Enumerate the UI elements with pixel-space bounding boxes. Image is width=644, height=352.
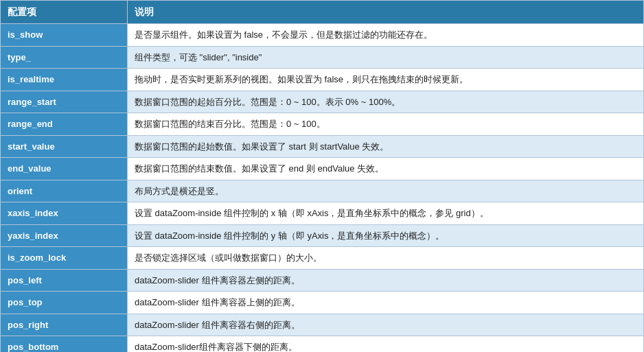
table-row: pos_topdataZoom-slider 组件离容器上侧的距离。 (1, 292, 644, 314)
description-cell: 是否显示组件。如果设置为 false，不会显示，但是数据过滤的功能还存在。 (128, 24, 644, 47)
description-cell: 数据窗口范围的起始百分比。范围是：0 ~ 100。表示 0% ~ 100%。 (128, 91, 644, 113)
table-body: is_show是否显示组件。如果设置为 false，不会显示，但是数据过滤的功能… (1, 24, 644, 353)
description-cell: 拖动时，是否实时更新系列的视图。如果设置为 false，则只在拖拽结束的时候更新… (128, 69, 644, 91)
table-row: pos_rightdataZoom-slider 组件离容器右侧的距离。 (1, 314, 644, 336)
table-row: range_start数据窗口范围的起始百分比。范围是：0 ~ 100。表示 0… (1, 91, 644, 113)
config-cell: pos_top (1, 292, 128, 314)
description-cell: 数据窗口范围的起始数值。如果设置了 start 则 startValue 失效。 (128, 135, 644, 158)
description-cell: 数据窗口范围的结束百分比。范围是：0 ~ 100。 (128, 113, 644, 136)
config-cell: pos_bottom (1, 336, 128, 353)
config-cell: is_show (1, 24, 128, 47)
config-cell: type_ (1, 46, 128, 69)
description-cell: dataZoom-slider组件离容器下侧的距离。 (128, 336, 644, 353)
table-row: is_zoom_lock是否锁定选择区域（或叫做数据窗口）的大小。 (1, 247, 644, 270)
description-cell: dataZoom-slider 组件离容器上侧的距离。 (128, 292, 644, 314)
table-row: yaxis_index设置 dataZoom-inside 组件控制的 y 轴（… (1, 224, 644, 247)
description-cell: 数据窗口范围的结束数值。如果设置了 end 则 endValue 失效。 (128, 158, 644, 180)
table-row: start_value数据窗口范围的起始数值。如果设置了 start 则 sta… (1, 135, 644, 158)
config-cell: pos_left (1, 269, 128, 292)
table-row: orient布局方式是横还是竖。 (1, 180, 644, 202)
table-row: type_组件类型，可选 "slider", "inside" (1, 46, 644, 69)
config-cell: yaxis_index (1, 224, 128, 247)
config-cell: is_realtime (1, 69, 128, 91)
table-row: pos_bottomdataZoom-slider组件离容器下侧的距离。 (1, 336, 644, 353)
table-header-row: 配置项 说明 (1, 1, 644, 24)
description-cell: dataZoom-slider 组件离容器右侧的距离。 (128, 314, 644, 336)
config-cell: xaxis_index (1, 202, 128, 225)
config-cell: range_start (1, 91, 128, 113)
config-cell: orient (1, 180, 128, 202)
table-row: pos_leftdataZoom-slider 组件离容器左侧的距离。 (1, 269, 644, 292)
description-cell: 布局方式是横还是竖。 (128, 180, 644, 202)
config-cell: start_value (1, 135, 128, 158)
header-description: 说明 (128, 1, 644, 24)
table-row: range_end数据窗口范围的结束百分比。范围是：0 ~ 100。 (1, 113, 644, 136)
description-cell: 设置 dataZoom-inside 组件控制的 y 轴（即 yAxis，是直角… (128, 224, 644, 247)
description-cell: 组件类型，可选 "slider", "inside" (128, 46, 644, 69)
description-cell: dataZoom-slider 组件离容器左侧的距离。 (128, 269, 644, 292)
table-row: is_realtime拖动时，是否实时更新系列的视图。如果设置为 false，则… (1, 69, 644, 91)
table-row: is_show是否显示组件。如果设置为 false，不会显示，但是数据过滤的功能… (1, 24, 644, 47)
config-cell: end_value (1, 158, 128, 180)
config-cell: pos_right (1, 314, 128, 336)
config-cell: range_end (1, 113, 128, 136)
header-config: 配置项 (1, 1, 128, 24)
config-table: 配置项 说明 is_show是否显示组件。如果设置为 false，不会显示，但是… (0, 0, 644, 352)
table-row: xaxis_index设置 dataZoom-inside 组件控制的 x 轴（… (1, 202, 644, 225)
config-cell: is_zoom_lock (1, 247, 128, 270)
table-row: end_value数据窗口范围的结束数值。如果设置了 end 则 endValu… (1, 158, 644, 180)
description-cell: 设置 dataZoom-inside 组件控制的 x 轴（即 xAxis，是直角… (128, 202, 644, 225)
description-cell: 是否锁定选择区域（或叫做数据窗口）的大小。 (128, 247, 644, 270)
